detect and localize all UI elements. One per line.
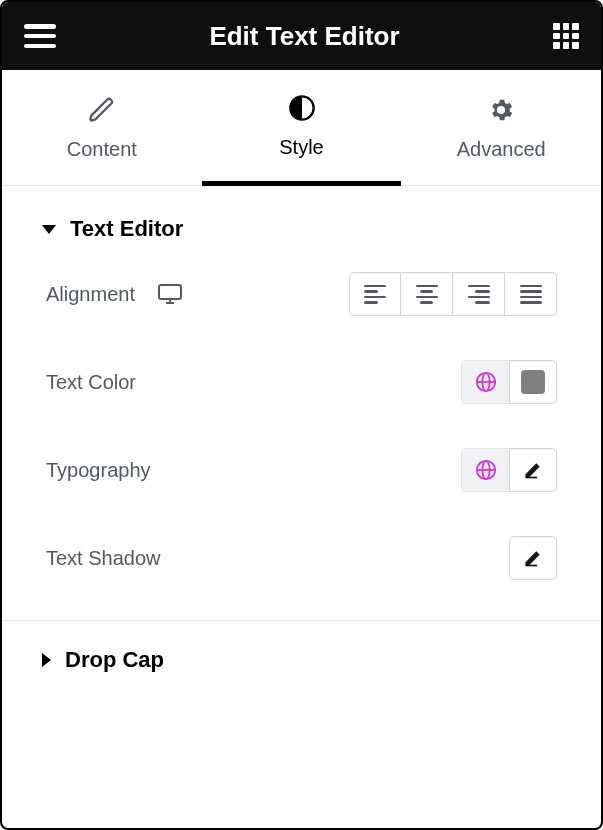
row-text-shadow: Text Shadow	[46, 536, 557, 580]
section-header-drop-cap[interactable]: Drop Cap	[2, 621, 601, 699]
align-right-button[interactable]	[453, 272, 505, 316]
tab-advanced[interactable]: Advanced	[401, 70, 601, 185]
text-shadow-label: Text Shadow	[46, 547, 161, 570]
text-color-picker[interactable]	[509, 360, 557, 404]
pencil-icon	[523, 548, 543, 568]
svg-rect-11	[526, 565, 538, 567]
responsive-desktop-icon[interactable]	[157, 283, 183, 305]
apps-grid-icon[interactable]	[553, 23, 579, 49]
row-typography: Typography	[46, 448, 557, 492]
align-justify-button[interactable]	[505, 272, 557, 316]
row-alignment: Alignment	[46, 272, 557, 316]
align-right-icon	[468, 285, 490, 304]
style-panel: Text Editor Alignment Text Color	[2, 186, 601, 828]
global-color-button[interactable]	[461, 360, 509, 404]
svg-rect-1	[159, 285, 181, 299]
menu-icon[interactable]	[24, 24, 56, 48]
align-center-icon	[416, 285, 438, 304]
caret-down-icon	[42, 225, 56, 234]
tab-label: Content	[67, 138, 137, 161]
pencil-icon	[88, 96, 116, 124]
color-swatch	[521, 370, 545, 394]
svg-rect-10	[526, 477, 538, 479]
caret-right-icon	[42, 653, 51, 667]
tab-label: Advanced	[457, 138, 546, 161]
text-shadow-edit-button[interactable]	[509, 536, 557, 580]
align-justify-icon	[520, 285, 542, 304]
pencil-icon	[523, 460, 543, 480]
global-typography-button[interactable]	[461, 448, 509, 492]
text-color-label: Text Color	[46, 371, 136, 394]
tab-content[interactable]: Content	[2, 70, 202, 185]
tab-style[interactable]: Style	[202, 70, 402, 186]
half-circle-icon	[288, 94, 316, 122]
globe-icon	[475, 459, 497, 481]
section-title: Text Editor	[70, 216, 183, 242]
section-title: Drop Cap	[65, 647, 164, 673]
alignment-button-group	[349, 272, 557, 316]
gear-icon	[487, 96, 515, 124]
header-title: Edit Text Editor	[209, 21, 399, 52]
typography-label: Typography	[46, 459, 151, 482]
app-header: Edit Text Editor	[2, 2, 601, 70]
section-header-text-editor[interactable]: Text Editor	[2, 186, 601, 266]
alignment-label: Alignment	[46, 283, 135, 306]
tab-bar: Content Style Advanced	[2, 70, 601, 186]
globe-icon	[475, 371, 497, 393]
typography-edit-button[interactable]	[509, 448, 557, 492]
row-text-color: Text Color	[46, 360, 557, 404]
section-body-text-editor: Alignment Text Color	[2, 266, 601, 620]
tab-label: Style	[279, 136, 323, 159]
align-center-button[interactable]	[401, 272, 453, 316]
align-left-icon	[364, 285, 386, 304]
align-left-button[interactable]	[349, 272, 401, 316]
